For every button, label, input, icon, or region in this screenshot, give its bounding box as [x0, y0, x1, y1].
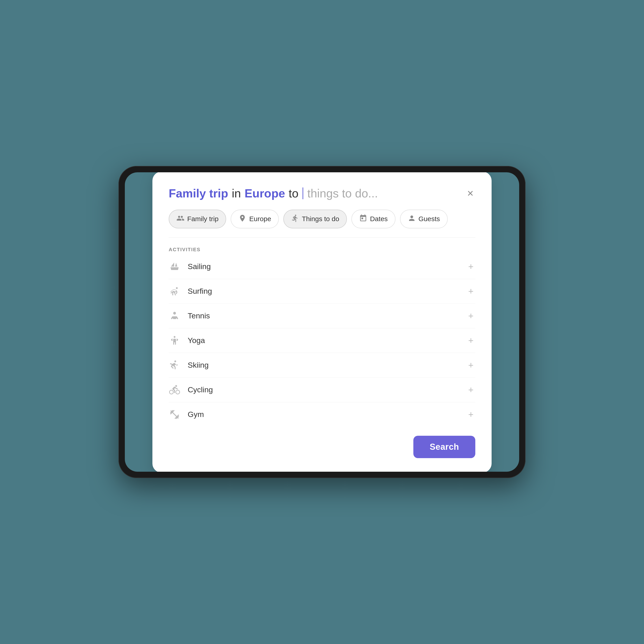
- chip-guests-label: Guests: [419, 215, 440, 223]
- yoga-icon: [169, 335, 180, 346]
- chip-things-to-do-label: Things to do: [302, 215, 339, 223]
- activity-name-cycling: Cycling: [188, 385, 213, 394]
- add-skiing-button[interactable]: +: [466, 360, 475, 371]
- cycling-icon: [169, 384, 180, 396]
- title-family-trip: Family trip: [169, 187, 228, 200]
- list-item[interactable]: Sailing +: [169, 254, 475, 279]
- add-cycling-button[interactable]: +: [466, 384, 475, 395]
- surfing-icon: [169, 285, 180, 297]
- skiing-icon: [169, 359, 180, 371]
- modal-header: Family trip in Europe to things to do...…: [169, 186, 475, 201]
- add-tennis-button[interactable]: +: [466, 310, 475, 321]
- cursor: [303, 187, 303, 199]
- activity-left: Surfing: [169, 285, 212, 297]
- chip-dates[interactable]: Dates: [351, 210, 395, 228]
- activities-list: Sailing + Surfing +: [169, 254, 475, 427]
- calendar-icon: [359, 214, 367, 224]
- activity-name-yoga: Yoga: [188, 336, 205, 345]
- chip-family-trip-label: Family trip: [187, 215, 218, 223]
- chip-europe[interactable]: Europe: [231, 210, 279, 228]
- chip-family-trip[interactable]: Family trip: [169, 210, 226, 228]
- activity-left: Sailing: [169, 261, 211, 272]
- add-yoga-button[interactable]: +: [466, 335, 475, 346]
- activity-name-tennis: Tennis: [188, 311, 210, 320]
- search-title: Family trip in Europe to things to do...: [169, 187, 378, 200]
- location-icon: [238, 214, 246, 224]
- list-item[interactable]: Cycling +: [169, 378, 475, 402]
- sailing-icon: [169, 261, 180, 272]
- chip-europe-label: Europe: [249, 215, 271, 223]
- list-item[interactable]: Skiing +: [169, 353, 475, 378]
- section-label: ACTIVITIES: [169, 247, 475, 253]
- modal-footer: Search: [169, 436, 475, 458]
- close-button[interactable]: ×: [465, 186, 475, 201]
- people-icon: [176, 214, 185, 224]
- title-in: in: [232, 187, 241, 200]
- title-to: to: [289, 187, 298, 200]
- title-placeholder: things to do...: [307, 187, 378, 200]
- title-europe: Europe: [244, 187, 285, 200]
- activity-left: Skiing: [169, 359, 209, 371]
- person-icon: [408, 214, 416, 224]
- search-button[interactable]: Search: [413, 436, 475, 458]
- activity-name-skiing: Skiing: [188, 361, 209, 369]
- chip-guests[interactable]: Guests: [400, 210, 448, 228]
- chip-things-to-do[interactable]: Things to do: [283, 210, 347, 228]
- device-screen: Family trip in Europe to things to do...…: [125, 172, 519, 472]
- add-sailing-button[interactable]: +: [466, 261, 475, 272]
- add-gym-button[interactable]: +: [466, 409, 475, 420]
- activity-left: Cycling: [169, 384, 213, 396]
- activity-name-sailing: Sailing: [188, 262, 211, 271]
- list-item[interactable]: Tennis +: [169, 304, 475, 328]
- chip-dates-label: Dates: [370, 215, 388, 223]
- tennis-icon: [169, 310, 180, 322]
- add-surfing-button[interactable]: +: [466, 286, 475, 297]
- device-frame: Family trip in Europe to things to do...…: [118, 166, 526, 478]
- filter-chips: Family trip Europe: [169, 210, 475, 228]
- list-item[interactable]: Yoga +: [169, 328, 475, 353]
- activity-left: Yoga: [169, 335, 205, 346]
- activity-left: Tennis: [169, 310, 210, 322]
- modal: Family trip in Europe to things to do...…: [152, 172, 492, 472]
- list-item[interactable]: Surfing +: [169, 279, 475, 304]
- activity-name-gym: Gym: [188, 410, 204, 419]
- divider: [169, 237, 475, 238]
- activity-name-surfing: Surfing: [188, 287, 212, 296]
- activity-icon: [291, 214, 299, 224]
- activity-left: Gym: [169, 409, 204, 420]
- gym-icon: [169, 409, 180, 420]
- list-item[interactable]: Gym +: [169, 402, 475, 427]
